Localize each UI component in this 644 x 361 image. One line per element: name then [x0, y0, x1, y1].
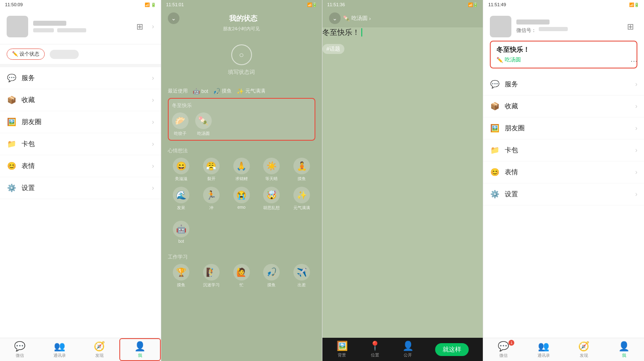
emoji-chevron-4: › — [635, 168, 637, 176]
profile-area-1[interactable]: ⊞ › — [0, 9, 161, 44]
nav-me-label-1: 我 — [138, 353, 142, 359]
recent-bot[interactable]: 🤖 bot — [193, 88, 208, 95]
chenmi-icon: 🧗 — [203, 264, 220, 281]
recent-moyu[interactable]: 🎣 摸鱼 — [213, 88, 232, 95]
tuju[interactable]: 🏆 摸鱼 — [168, 264, 195, 288]
nav-me-1[interactable]: 👤 我 — [119, 338, 161, 361]
topic-tag[interactable]: #话题 — [322, 44, 344, 54]
post-action-public[interactable]: 👤 公开 — [402, 341, 414, 358]
header-title-2: 我的状态 — [183, 14, 304, 23]
status-circle-input[interactable]: ○ 填写状态词 — [161, 34, 322, 86]
time-4: 11:51:49 — [488, 2, 506, 7]
recent-yuanqi-label: 元气满满 — [245, 88, 265, 95]
wallet-chevron-1: › — [152, 140, 154, 148]
menu-emoji-4[interactable]: 😊 表情 › — [483, 161, 644, 183]
nav-discover-label-1: 发现 — [95, 353, 104, 359]
chong[interactable]: 🏃 冲 — [198, 187, 225, 211]
chong-icon: 🏃 — [203, 187, 220, 203]
menu-moments-1[interactable]: 🖼️ 朋友圈 › — [0, 111, 161, 133]
dengtianqing[interactable]: ☀️ 等天晴 — [258, 158, 285, 182]
status-bar-4: 11:51:49 📶🔋 — [483, 0, 644, 9]
panel-me-after: 11:51:49 📶🔋 微信号： ⊞ 冬至快乐！ ✏️ 吃汤圆 ··· 💬 服务… — [483, 0, 644, 361]
menu-emoji-1[interactable]: 😊 表情 › — [0, 155, 161, 177]
bg-label: 背景 — [338, 352, 346, 358]
work-title: 工作学习 — [168, 254, 315, 261]
panel3-status-row[interactable]: ⌄ 🍡 吃汤圆 › — [322, 9, 483, 27]
status-button-area-1: ✏️ 设个状态 — [0, 44, 161, 67]
menu-services-4[interactable]: 💬 服务 › — [483, 73, 644, 95]
mang-label: 忙 — [240, 282, 244, 288]
status-box-4[interactable]: 冬至快乐！ ✏️ 吃汤圆 — [490, 41, 637, 68]
post-action-location[interactable]: 📍 位置 — [369, 341, 380, 358]
qiujinli-label: 求锦鲤 — [235, 176, 248, 182]
post-submit-button[interactable]: 就这样 — [435, 343, 469, 356]
back-button-3[interactable]: ⌄ — [329, 12, 341, 24]
nav-discover-4[interactable]: 🧭 发现 — [564, 338, 604, 361]
nav-wechat-label-4: 微信 — [499, 353, 508, 359]
wallet-chevron-4: › — [635, 146, 637, 154]
recent-yuanqi[interactable]: ✨ 元气满满 — [237, 88, 265, 95]
chuchai[interactable]: ✈️ 出差 — [288, 264, 315, 288]
post-content-area[interactable]: 冬至快乐！ #话题 — [322, 27, 483, 338]
dongzhi-section[interactable]: 冬至快乐 🥟 吃饺子 🍡 吃汤圆 — [168, 98, 315, 141]
wechat-id-label: 微信号： — [516, 27, 536, 34]
nav-me-4[interactable]: 👤 我 — [604, 338, 644, 361]
menu-moments-4[interactable]: 🖼️ 朋友圈 › — [483, 117, 644, 139]
menu-services-1[interactable]: 💬 服务 › — [0, 67, 161, 89]
menu-favorites-4[interactable]: 📦 收藏 › — [483, 95, 644, 117]
qr-icon-4[interactable]: ⊞ — [627, 22, 634, 32]
panel2-scroll[interactable]: ○ 填写状态词 最近使用 🤖 bot 🎣 摸鱼 ✨ 元气满满 冬至快乐 — [161, 34, 322, 361]
bot-item[interactable]: 🤖 bot — [168, 221, 195, 244]
profile-area-4[interactable]: 微信号： ⊞ — [483, 9, 644, 41]
services-chevron-4: › — [635, 80, 637, 88]
nav-discover-1[interactable]: 🧭 发现 — [80, 338, 119, 361]
status-tag-a — [50, 50, 79, 59]
nav-wechat-1[interactable]: 💬 微信 — [0, 338, 40, 361]
chevron-right-1: › — [152, 23, 154, 30]
liekai-label: 裂开 — [207, 176, 215, 182]
moyu2-label: 摸鱼 — [298, 176, 306, 182]
back-button-2[interactable]: ⌄ — [168, 12, 179, 24]
wechat-id-bar — [539, 27, 568, 31]
nav-contacts-4[interactable]: 👥 通讯录 — [523, 338, 564, 361]
menu-settings-1[interactable]: ⚙️ 设置 › — [0, 177, 161, 199]
bot-grid: 🤖 bot — [168, 221, 315, 244]
qr-icon-1[interactable]: ⊞ — [136, 22, 143, 32]
chenmi[interactable]: 🧗 沉迷学习 — [198, 264, 225, 288]
qiujinli[interactable]: 🙏 求锦鲤 — [228, 158, 255, 182]
menu-favorites-1[interactable]: 📦 收藏 › — [0, 89, 161, 111]
emo-icon: 😭 — [233, 187, 250, 203]
avatar-1 — [7, 16, 28, 37]
nav-contacts-1[interactable]: 👥 通讯录 — [40, 338, 80, 361]
moyu2[interactable]: 🧘 摸鱼 — [288, 158, 315, 182]
meizizz[interactable]: 😄 美滋滋 — [168, 158, 195, 182]
p4-status-sub: ✏️ 吃汤圆 — [496, 56, 631, 63]
eating-tangyuan-chip[interactable]: 🍡 吃汤圆 › — [343, 15, 371, 22]
menu-wallet-1[interactable]: 📁 卡包 › — [0, 133, 161, 155]
set-status-button-1[interactable]: ✏️ 设个状态 — [7, 49, 45, 60]
meizizz-label: 美滋滋 — [175, 176, 187, 182]
husisixiang[interactable]: 🤯 胡思乱想 — [258, 187, 285, 211]
moyu3[interactable]: 🎣 摸鱼 — [258, 264, 285, 288]
mang[interactable]: 🙋 忙 — [228, 264, 255, 288]
post-action-bg[interactable]: 🖼️ 背景 — [337, 341, 348, 358]
moyu2-icon: 🧘 — [293, 158, 310, 174]
liekai[interactable]: 😤 裂开 — [198, 158, 225, 182]
wallet-icon-1: 📁 — [7, 139, 17, 149]
settings-label-1: 设置 — [22, 184, 147, 193]
fadai[interactable]: 🌊 发呆 — [168, 187, 195, 211]
yuanqimanman[interactable]: ✨ 元气满满 — [288, 187, 315, 211]
menu-list-4: 💬 服务 › 📦 收藏 › 🖼️ 朋友圈 › 📁 卡包 › 😊 表情 › ⚙️ … — [483, 73, 644, 338]
more-options-button-4[interactable]: ··· — [630, 56, 637, 66]
menu-wallet-4[interactable]: 📁 卡包 › — [483, 139, 644, 161]
nav-wechat-4[interactable]: 💬 微信 1 — [483, 338, 523, 361]
post-text[interactable]: 冬至快乐！ — [322, 27, 483, 37]
moments-label-4: 朋友圈 — [505, 124, 630, 133]
emo[interactable]: 😭 emo — [228, 187, 255, 211]
location-icon: 📍 — [369, 341, 380, 351]
qiujinli-icon: 🙏 — [233, 158, 250, 174]
menu-settings-4[interactable]: ⚙️ 设置 › — [483, 183, 644, 205]
liekai-icon: 😤 — [203, 158, 220, 174]
chi-jiaozi-item[interactable]: 🥟 吃饺子 — [172, 112, 189, 137]
chi-tangyuan-item[interactable]: 🍡 吃汤圆 — [195, 112, 212, 137]
